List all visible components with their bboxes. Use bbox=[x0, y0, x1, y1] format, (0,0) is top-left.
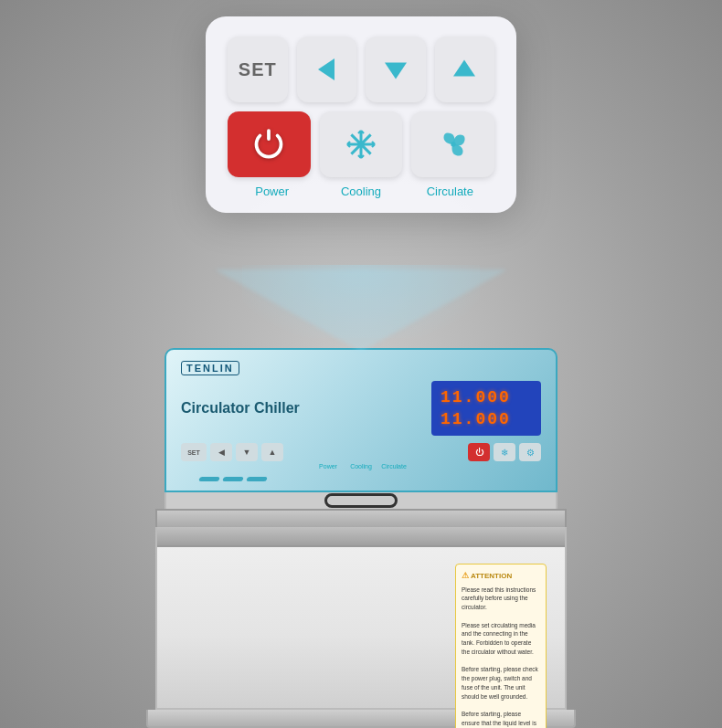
arrow-up-button[interactable] bbox=[435, 37, 495, 102]
lcd-display: 11.000 11.000 bbox=[431, 381, 541, 436]
arrow-left-icon bbox=[310, 53, 343, 86]
steel-top bbox=[155, 509, 567, 527]
ctrl-rows: SET bbox=[228, 37, 494, 177]
svg-marker-3 bbox=[385, 63, 407, 79]
attention-title: ⚠ ATTENTION bbox=[462, 570, 540, 583]
mini-circulate-btn: ⚙ bbox=[519, 443, 541, 461]
brand-name: TENLIN bbox=[181, 361, 239, 375]
lcd-row-2: 11.000 bbox=[441, 410, 532, 428]
chiller-body: ⚠ ATTENTION Please read this instruction… bbox=[155, 527, 567, 710]
main-container: SET .button-grid { display: none; } .pro… bbox=[0, 0, 722, 728]
brand-row: TENLIN bbox=[181, 361, 541, 375]
set-button-real[interactable]: SET bbox=[228, 37, 288, 102]
stripe-3 bbox=[246, 477, 267, 481]
cooling-label: Cooling bbox=[323, 185, 399, 198]
light-beam bbox=[215, 269, 507, 352]
cooling-button[interactable] bbox=[320, 111, 403, 177]
mini-btn-row: SET ◀ ▼ ▲ bbox=[181, 443, 283, 461]
mini-down-btn: ▼ bbox=[236, 443, 258, 461]
label-row: Power Cooling Circulate bbox=[228, 185, 494, 198]
handle-area bbox=[165, 492, 557, 509]
mini-power-lbl: Power bbox=[314, 463, 342, 470]
power-button[interactable] bbox=[228, 111, 311, 177]
chiller-top: TENLIN Circulator Chiller 11.000 11.000 … bbox=[165, 348, 557, 492]
power-label: Power bbox=[234, 185, 311, 198]
chiller-product-name: Circulator Chiller bbox=[181, 399, 420, 418]
mini-btn-section: SET ◀ ▼ ▲ ⏻ ❄ ⚙ bbox=[181, 443, 541, 461]
snowflake-icon bbox=[345, 128, 377, 161]
mini-icon-row: ⏻ ❄ ⚙ bbox=[468, 443, 541, 461]
mini-set-btn: SET bbox=[181, 443, 207, 461]
attention-icon: ⚠ bbox=[462, 570, 469, 583]
ctrl-row-2 bbox=[228, 111, 494, 177]
svg-marker-4 bbox=[453, 60, 475, 77]
mini-up-btn: ▲ bbox=[261, 443, 283, 461]
svg-point-9 bbox=[357, 141, 365, 148]
mini-circulate-lbl: Circulate bbox=[380, 463, 408, 470]
mini-labels: Power Cooling Circulate bbox=[181, 463, 541, 470]
circulate-button[interactable] bbox=[411, 111, 494, 177]
power-icon bbox=[252, 128, 285, 161]
attention-text: Please read this instructions carefully … bbox=[462, 586, 540, 729]
mini-power-btn: ⏻ bbox=[468, 443, 490, 461]
stripe-2 bbox=[222, 477, 243, 481]
mini-controls: SET ◀ ▼ ▲ ⏻ ❄ ⚙ Power Cooling Circulate bbox=[181, 443, 541, 470]
mini-cooling-lbl: Cooling bbox=[347, 463, 375, 470]
lcd-row-1: 11.000 bbox=[441, 388, 532, 406]
fan-icon bbox=[437, 128, 470, 161]
machine: TENLIN Circulator Chiller 11.000 11.000 … bbox=[142, 348, 580, 728]
attention-label: ⚠ ATTENTION Please read this instruction… bbox=[455, 564, 547, 728]
chiller-handle bbox=[324, 493, 398, 508]
arrow-down-button[interactable] bbox=[366, 37, 426, 102]
arrow-up-icon bbox=[448, 53, 481, 86]
ctrl-row-1: SET bbox=[228, 37, 494, 102]
svg-marker-2 bbox=[318, 58, 334, 80]
chiller-content: Circulator Chiller 11.000 11.000 bbox=[181, 381, 541, 436]
chiller-stripe bbox=[181, 477, 541, 481]
svg-point-18 bbox=[451, 142, 455, 146]
arrow-left-button[interactable] bbox=[297, 37, 357, 102]
arrow-down-icon bbox=[379, 53, 412, 86]
mini-left-btn: ◀ bbox=[210, 443, 232, 461]
circulate-label: Circulate bbox=[411, 185, 488, 198]
steel-ring bbox=[157, 527, 565, 547]
stripe-1 bbox=[198, 477, 219, 481]
control-panel: SET .button-grid { display: none; } .pro… bbox=[206, 16, 516, 213]
mini-cooling-btn: ❄ bbox=[494, 443, 515, 461]
